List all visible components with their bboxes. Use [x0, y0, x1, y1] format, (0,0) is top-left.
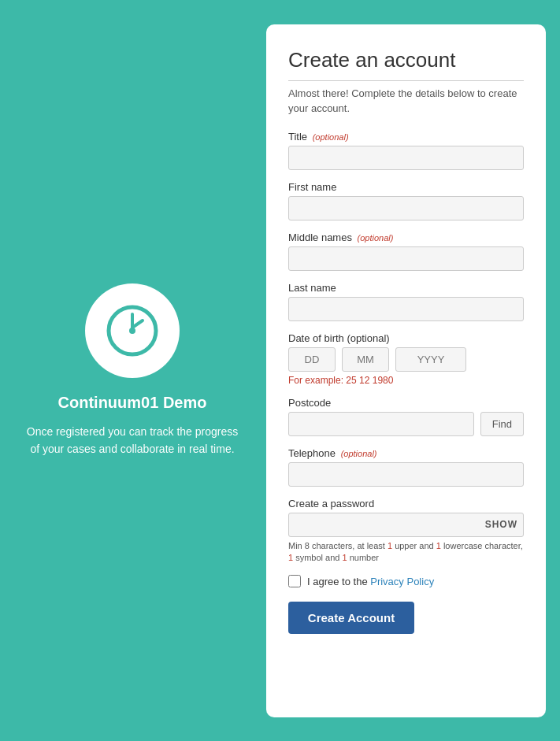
- dob-dd-input[interactable]: [288, 347, 336, 372]
- dob-label: Date of birth (optional): [288, 332, 524, 344]
- title-label: Title (optional): [288, 131, 524, 143]
- registration-form-panel: Create an account Almost there! Complete…: [266, 24, 546, 717]
- dob-yyyy-input[interactable]: [395, 347, 466, 372]
- password-wrapper: SHOW: [288, 513, 524, 537]
- middle-names-input[interactable]: [288, 246, 524, 271]
- form-subtitle: Almost there! Complete the details below…: [288, 86, 524, 117]
- form-title: Create an account: [288, 48, 524, 81]
- middle-names-optional: (optional): [358, 233, 394, 243]
- telephone-input[interactable]: [288, 462, 524, 487]
- left-panel: Continuum01 Demo Once registered you can…: [0, 0, 266, 741]
- last-name-field-group: Last name: [288, 282, 524, 321]
- hint-highlight-3: 1: [288, 553, 293, 562]
- dob-mm-input[interactable]: [342, 347, 389, 372]
- telephone-field-group: Telephone (optional): [288, 447, 524, 487]
- logo-icon: [105, 303, 160, 358]
- brand-name: Continuum01 Demo: [58, 394, 207, 412]
- privacy-policy-row: I agree to the Privacy Policy: [288, 575, 524, 587]
- postcode-field-group: Postcode Find: [288, 397, 524, 436]
- hint-highlight-2: 1: [436, 541, 441, 550]
- first-name-input[interactable]: [288, 196, 524, 220]
- privacy-policy-link[interactable]: Privacy Policy: [370, 576, 434, 587]
- title-input[interactable]: [288, 146, 524, 170]
- last-name-label: Last name: [288, 282, 524, 294]
- title-optional: (optional): [313, 132, 349, 142]
- hint-highlight-4: 1: [343, 553, 347, 562]
- title-field-group: Title (optional): [288, 131, 524, 170]
- show-password-button[interactable]: SHOW: [485, 519, 517, 530]
- page-container: Continuum01 Demo Once registered you can…: [0, 0, 560, 741]
- privacy-policy-checkbox[interactable]: [288, 575, 301, 587]
- dob-example: For example: 25 12 1980: [288, 375, 524, 386]
- postcode-label: Postcode: [288, 397, 524, 409]
- password-label: Create a password: [288, 498, 524, 509]
- middle-names-label: Middle names (optional): [288, 232, 524, 243]
- last-name-input[interactable]: [288, 297, 524, 321]
- privacy-agree-text: I agree to the Privacy Policy: [307, 576, 434, 587]
- first-name-field-group: First name: [288, 181, 524, 220]
- password-hint: Min 8 characters, at least 1 upper and 1…: [288, 540, 524, 565]
- postcode-input[interactable]: [288, 412, 474, 436]
- create-account-button[interactable]: Create Account: [288, 602, 414, 634]
- first-name-label: First name: [288, 181, 524, 193]
- postcode-row: Find: [288, 412, 524, 436]
- telephone-label: Telephone (optional): [288, 447, 524, 459]
- password-field-group: Create a password SHOW Min 8 characters,…: [288, 498, 524, 565]
- middle-names-field-group: Middle names (optional): [288, 232, 524, 271]
- logo-circle: [85, 283, 180, 378]
- hint-highlight-1: 1: [388, 541, 392, 550]
- find-button[interactable]: Find: [480, 412, 524, 436]
- brand-description: Once registered you can track the progre…: [22, 423, 243, 458]
- dob-inputs-row: [288, 347, 524, 372]
- telephone-optional: (optional): [341, 449, 377, 458]
- dob-field-group: Date of birth (optional) For example: 25…: [288, 332, 524, 386]
